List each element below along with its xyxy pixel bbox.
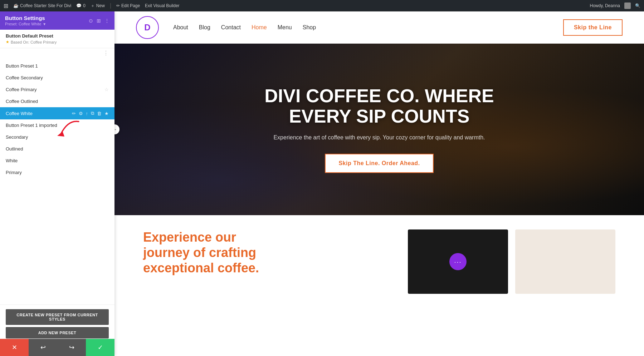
- bottom-toolbar: ✕ ↩ ↪ ✓: [0, 339, 114, 356]
- default-preset-section: Button Default Preset ★ Based On: Coffee…: [0, 30, 114, 48]
- preset-item-primary[interactable]: Primary: [0, 167, 114, 178]
- admin-bar-site-name[interactable]: ☕ Coffee Starter Site For Divi: [13, 3, 71, 8]
- panel-header-icons: ⊙ ⊞ ⋮: [89, 18, 109, 24]
- nav-item-menu[interactable]: Menu: [278, 24, 292, 31]
- site-menu: About Blog Contact Home Menu Shop: [173, 24, 563, 31]
- admin-bar-sep: |: [110, 3, 111, 9]
- hero-subtitle: Experience the art of coffee with every …: [261, 133, 497, 142]
- plus-icon: ＋: [91, 3, 95, 9]
- preset-item-secondary[interactable]: Secondary: [0, 131, 114, 143]
- preset-item-name: Primary: [6, 170, 109, 175]
- preset-item-button-preset-1[interactable]: Button Preset 1: [0, 60, 114, 72]
- main-layout: Button Settings Preset: Coffee White ▼ ⊙…: [0, 11, 644, 356]
- add-preset-button[interactable]: ADD NEW PRESET: [6, 327, 109, 338]
- check-icon: ✓: [98, 343, 103, 351]
- admin-bar-comments[interactable]: 💬 0: [76, 3, 86, 8]
- toolbar-save-button[interactable]: ✓: [86, 339, 114, 356]
- focus-icon[interactable]: ⊙: [89, 18, 93, 24]
- preset-item-coffee-white[interactable]: Coffee White ✏ ⚙ ↑ ⧉ 🗑 ★: [0, 107, 114, 119]
- three-dots-icon: [454, 258, 462, 266]
- hero-section: DIVI COFFEE CO. WHERE EVERY SIP COUNTS E…: [114, 44, 644, 215]
- admin-bar-right: Howdy, Deanna 🔍: [590, 3, 641, 9]
- panel-subtitle: Preset: Coffee White ▼: [5, 22, 46, 26]
- website-preview: D About Blog Contact Home Menu Shop Skip…: [114, 11, 644, 356]
- preset-item-name: White: [6, 158, 109, 163]
- admin-bar-left: ⊞ ☕ Coffee Starter Site For Divi 💬 0 ＋ N…: [4, 3, 584, 9]
- preset-item-name: Button Preset 1 imported: [6, 123, 109, 128]
- star-active-icon[interactable]: ★: [104, 111, 109, 116]
- nav-item-blog[interactable]: Blog: [199, 24, 210, 31]
- wp-logo[interactable]: ⊞: [4, 3, 8, 9]
- admin-bar-avatar[interactable]: [624, 3, 631, 9]
- nav-item-home[interactable]: Home: [252, 24, 267, 31]
- hero-content: DIVI COFFEE CO. WHERE EVERY SIP COUNTS E…: [254, 86, 504, 173]
- below-hero-cards: [408, 229, 615, 294]
- undo-icon: ↩: [40, 343, 46, 351]
- button-settings-panel: Button Settings Preset: Coffee White ▼ ⊙…: [0, 11, 114, 356]
- preset-item-name: Secondary: [6, 134, 109, 140]
- edit-icon[interactable]: ✏: [72, 111, 76, 116]
- card-dark: [408, 229, 508, 294]
- preset-item-coffee-primary[interactable]: Coffee Primary ☆: [0, 84, 114, 95]
- duplicate-icon[interactable]: ⧉: [91, 110, 94, 116]
- coffee-icon: ☕: [13, 3, 19, 8]
- admin-bar-howdy: Howdy, Deanna: [590, 3, 620, 8]
- hero-title: DIVI COFFEE CO. WHERE EVERY SIP COUNTS: [261, 86, 497, 127]
- below-hero-heading: Experience our journey of crafting excep…: [143, 229, 397, 276]
- toolbar-close-button[interactable]: ✕: [0, 339, 29, 356]
- nav-item-contact[interactable]: Contact: [221, 24, 241, 31]
- redo-icon: ↪: [69, 343, 74, 351]
- below-hero-text: Experience our journey of crafting excep…: [143, 229, 397, 276]
- default-preset-title: Button Default Preset: [6, 33, 109, 39]
- admin-bar: ⊞ ☕ Coffee Starter Site For Divi 💬 0 ＋ N…: [0, 0, 644, 11]
- preset-item-coffee-outlined[interactable]: Coffee Outlined: [0, 95, 114, 107]
- preset-item-actions: ✏ ⚙ ↑ ⧉ 🗑 ★: [72, 110, 109, 116]
- more-icon[interactable]: ⋮: [104, 18, 109, 24]
- card-light: [515, 229, 615, 294]
- nav-cta-button[interactable]: Skip the Line: [563, 19, 623, 36]
- preset-item-name: Coffee White: [6, 111, 72, 116]
- create-preset-button[interactable]: CREATE NEW PRESET FROM CURRENT STYLES: [6, 309, 109, 325]
- pencil-icon: ✏: [116, 3, 120, 8]
- preset-item-outlined[interactable]: Outlined: [0, 143, 114, 155]
- close-icon: ✕: [12, 343, 17, 351]
- preset-item-coffee-secondary[interactable]: Coffee Secondary: [0, 72, 114, 84]
- preset-item-button-preset-1-imported[interactable]: Button Preset 1 imported: [0, 119, 114, 131]
- admin-bar-search[interactable]: 🔍: [635, 3, 640, 8]
- toolbar-undo-button[interactable]: ↩: [29, 339, 57, 356]
- toolbar-redo-button[interactable]: ↪: [57, 339, 86, 356]
- nav-item-shop[interactable]: Shop: [303, 24, 316, 31]
- comment-icon: 💬: [76, 3, 82, 8]
- panel-buttons: CREATE NEW PRESET FROM CURRENT STYLES AD…: [0, 305, 114, 343]
- list-more-options[interactable]: ⋮: [0, 48, 114, 58]
- star-icon: ☆: [104, 87, 109, 92]
- list-more-icon[interactable]: ⋮: [103, 50, 109, 56]
- grid-icon[interactable]: ⊞: [97, 18, 101, 24]
- preset-item-name: Coffee Secondary: [6, 75, 109, 80]
- dots-menu-button[interactable]: [449, 253, 467, 270]
- upload-icon[interactable]: ↑: [86, 111, 88, 116]
- admin-bar-new[interactable]: ＋ New: [91, 3, 105, 9]
- admin-bar-exit-builder[interactable]: Exit Visual Builder: [145, 3, 180, 8]
- preset-item-name: Coffee Primary: [6, 87, 104, 92]
- preset-item-name: Outlined: [6, 146, 109, 152]
- preset-item-name: Coffee Outlined: [6, 99, 109, 104]
- site-logo: D: [136, 16, 159, 39]
- hero-cta-button[interactable]: Skip The Line. Order Ahead.: [325, 154, 433, 173]
- below-hero-section: Experience our journey of crafting excep…: [114, 215, 644, 308]
- nav-item-about[interactable]: About: [173, 24, 188, 31]
- preset-list: Button Preset 1 Coffee Secondary Coffee …: [0, 58, 114, 305]
- panel-header: Button Settings Preset: Coffee White ▼ ⊙…: [0, 11, 114, 30]
- preset-item-name: Button Preset 1: [6, 63, 109, 69]
- panel-title: Button Settings: [5, 15, 46, 21]
- site-nav: D About Blog Contact Home Menu Shop Skip…: [114, 11, 644, 44]
- settings-icon[interactable]: ⚙: [79, 111, 83, 116]
- panel-subtitle-text: Preset: Coffee White: [5, 22, 41, 26]
- default-preset-based: ★ Based On: Coffee Primary: [6, 40, 109, 44]
- star-icon: ★: [6, 40, 9, 44]
- admin-bar-edit-page[interactable]: ✏ Edit Page: [116, 3, 140, 8]
- delete-icon[interactable]: 🗑: [97, 111, 102, 116]
- panel-header-content: Button Settings Preset: Coffee White ▼: [5, 15, 46, 26]
- preset-item-white[interactable]: White: [0, 155, 114, 167]
- chevron-down-icon[interactable]: ▼: [43, 22, 46, 26]
